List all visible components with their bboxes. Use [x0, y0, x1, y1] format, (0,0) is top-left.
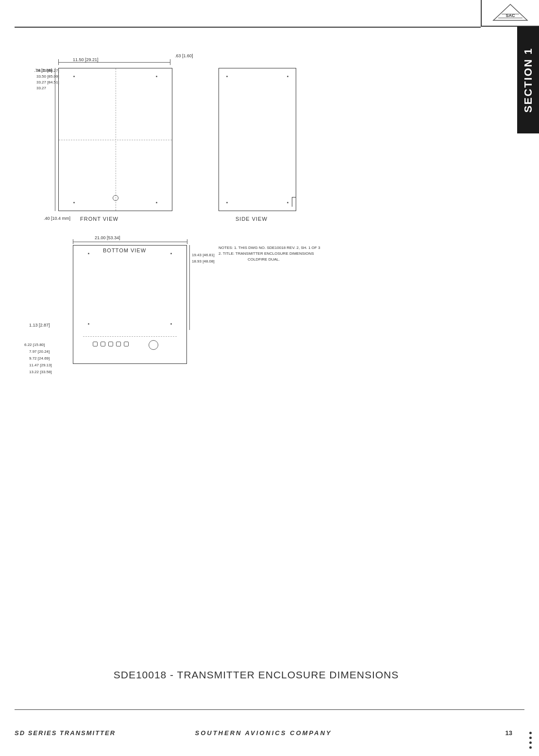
- dim-d5: 13.22 [33.58]: [24, 369, 52, 375]
- footer-company: SOUTHERN AVIONICS COMPANY: [195, 729, 332, 737]
- dot-1: [529, 732, 532, 734]
- note-line2: 2. TITLE: TRANSMITTER ENCLOSURE DIMENSIO…: [219, 251, 320, 257]
- front-view-box: [58, 68, 172, 211]
- footer: SD SERIES TRANSMITTER SOUTHERN AVIONICS …: [15, 729, 512, 737]
- bottom-view-label: BOTTOM VIEW: [103, 247, 146, 253]
- dim-vert-left: [55, 68, 55, 211]
- dim-offset-left: 1.13 [2.87]: [29, 323, 50, 328]
- dim-vert-right: [189, 245, 190, 330]
- tick-left: [58, 59, 59, 65]
- note-line1: NOTES: 1. THIS DWG NO. SDE10018 REV. 2, …: [219, 245, 320, 251]
- dim-btm-arrow: [73, 242, 187, 242]
- side-view-label: SIDE VIEW: [236, 216, 268, 222]
- section-label: SECTION 1: [522, 48, 535, 113]
- bottom-border-line: [15, 709, 524, 710]
- dim-d1: 6.22 [15.80]: [24, 342, 52, 348]
- tick-right: [170, 59, 170, 65]
- dim-bottom-width: 21.00 [53.34]: [95, 235, 120, 240]
- footer-series: SD SERIES TRANSMITTER: [15, 729, 116, 737]
- dim-right-heights: 19.43 [46.81] 18.93 [48.08]: [192, 252, 215, 265]
- logo-area: SAC: [481, 0, 539, 27]
- drawing-area: 11.50 [29.21] .63 [1.60] .74 [1.88] 34.7…: [10, 44, 515, 422]
- dim-left-heights: 34.75 [88.27] 33.50 [85.09] 33.27 [84.51…: [36, 68, 59, 91]
- footer-page-number: 13: [505, 729, 512, 737]
- dim-d2: 7.97 [20.24]: [24, 349, 52, 355]
- dim-top-arrow: [58, 62, 170, 63]
- section-tab: SECTION 1: [517, 27, 539, 133]
- dim-top-right: .63 [1.60]: [175, 53, 193, 58]
- note-line3: COLDFIRE DUAL.: [219, 257, 320, 263]
- page-title: SDE10018 - TRANSMITTER ENCLOSURE DIMENSI…: [0, 669, 512, 681]
- bottom-view-box: [73, 245, 187, 364]
- notes-section: NOTES: 1. THIS DWG NO. SDE10018 REV. 2, …: [219, 245, 320, 263]
- dim-bottom-left: .40 [10.4 mm]: [44, 216, 70, 221]
- dim-connector-group: 6.22 [15.80] 7.97 [20.24] 9.72 [24.69] 1…: [24, 342, 52, 375]
- dot-2: [529, 737, 532, 739]
- dim-top-width: 11.50 [29.21]: [73, 57, 99, 62]
- dim-d3: 9.72 [24.69]: [24, 356, 52, 362]
- btm-tick-l: [73, 239, 73, 244]
- top-border-line: [15, 27, 481, 28]
- side-view-box: [219, 68, 296, 211]
- dim-d4: 11.47 [29.13]: [24, 362, 52, 368]
- footer-dots: [529, 732, 532, 749]
- company-logo: SAC: [491, 3, 530, 23]
- btm-tick-r: [187, 239, 187, 244]
- front-view-label: FRONT VIEW: [80, 216, 118, 222]
- dot-3: [529, 741, 532, 744]
- dot-4: [529, 746, 532, 749]
